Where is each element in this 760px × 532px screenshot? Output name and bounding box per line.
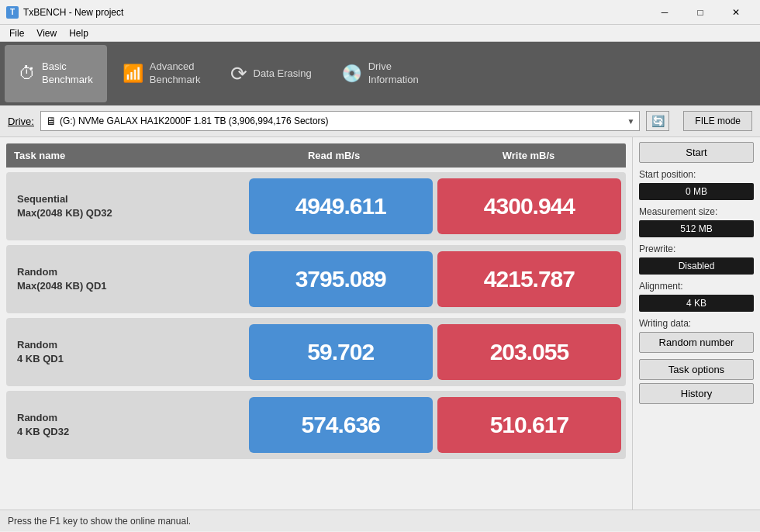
task-random-4kb-qd32: Random4 KB QD32 xyxy=(11,411,244,439)
toolbar: ⏱ BasicBenchmark 📶 AdvancedBenchmark ⟳ D… xyxy=(0,42,760,105)
drive-row: Drive: 🖥 (G:) NVMe GALAX HA1K2000F 1.81 … xyxy=(0,105,760,137)
history-button[interactable]: History xyxy=(639,383,754,404)
table-row: RandomMax(2048 KB) QD1 3795.089 4215.787 xyxy=(6,245,626,313)
tab-basic-label: BasicBenchmark xyxy=(42,60,93,87)
file-mode-button[interactable]: FILE mode xyxy=(683,111,752,131)
right-panel: Start Start position: 0 MB Measurement s… xyxy=(632,137,760,510)
write-sequential-qd32: 4300.944 xyxy=(437,178,621,234)
bench-header: Task name Read mB/s Write mB/s xyxy=(6,143,626,168)
tab-erasing-label: Data Erasing xyxy=(254,67,312,81)
measurement-size-label: Measurement size: xyxy=(639,206,754,217)
drive-label: Drive: xyxy=(8,116,34,127)
tab-drive-information[interactable]: 💿 DriveInformation xyxy=(327,45,433,102)
alignment-value: 4 KB xyxy=(639,295,754,312)
tab-drive-label: DriveInformation xyxy=(368,60,419,87)
tab-advanced-label: AdvancedBenchmark xyxy=(150,60,201,87)
menu-bar: File View Help xyxy=(0,25,760,42)
task-sequential-qd32: SequentialMax(2048 KB) QD32 xyxy=(11,192,244,220)
bench-rows: SequentialMax(2048 KB) QD32 4949.611 430… xyxy=(6,172,626,459)
read-random-qd1-large: 3795.089 xyxy=(249,251,433,307)
task-random-4kb-qd1: Random4 KB QD1 xyxy=(11,338,244,366)
task-random-qd1-large: RandomMax(2048 KB) QD1 xyxy=(11,265,244,293)
timer-icon: ⏱ xyxy=(19,64,36,84)
prewrite-value: Disabled xyxy=(639,257,754,275)
writing-data-value[interactable]: Random number xyxy=(639,332,754,353)
app-icon: T xyxy=(6,6,19,19)
alignment-label: Alignment: xyxy=(639,281,754,292)
start-position-value: 0 MB xyxy=(639,183,754,200)
tab-data-erasing[interactable]: ⟳ Data Erasing xyxy=(216,45,326,102)
header-write: Write mB/s xyxy=(431,143,626,168)
read-sequential-qd32: 4949.611 xyxy=(249,178,433,234)
drive-dropdown-arrow: ▼ xyxy=(627,117,634,126)
status-bar: Press the F1 key to show the online manu… xyxy=(0,510,760,531)
status-text: Press the F1 key to show the online manu… xyxy=(8,516,191,527)
title-bar-text: TxBENCH - New project xyxy=(23,7,647,18)
minimize-button[interactable]: ─ xyxy=(647,0,682,25)
title-bar: T TxBENCH - New project ─ □ ✕ xyxy=(0,0,760,25)
menu-view[interactable]: View xyxy=(30,26,63,40)
table-row: SequentialMax(2048 KB) QD32 4949.611 430… xyxy=(6,172,626,240)
main-area: Task name Read mB/s Write mB/s Sequentia… xyxy=(0,137,760,510)
drive-icon-small: 🖥 xyxy=(46,115,57,127)
tab-advanced-benchmark[interactable]: 📶 AdvancedBenchmark xyxy=(109,45,215,102)
title-bar-buttons: ─ □ ✕ xyxy=(647,0,754,25)
table-row: Random4 KB QD32 574.636 510.617 xyxy=(6,391,626,459)
bench-area: Task name Read mB/s Write mB/s Sequentia… xyxy=(0,137,632,510)
header-task-name: Task name xyxy=(6,143,237,168)
close-button[interactable]: ✕ xyxy=(718,0,754,25)
erase-icon: ⟳ xyxy=(230,62,247,86)
menu-file[interactable]: File xyxy=(3,26,30,40)
tab-basic-benchmark[interactable]: ⏱ BasicBenchmark xyxy=(5,45,107,102)
prewrite-label: Prewrite: xyxy=(639,244,754,254)
task-options-button[interactable]: Task options xyxy=(639,359,754,380)
start-position-label: Start position: xyxy=(639,169,754,180)
writing-data-label: Writing data: xyxy=(639,318,754,329)
drive-refresh-button[interactable]: 🔄 xyxy=(646,111,669,131)
header-read: Read mB/s xyxy=(237,143,431,168)
write-random-4kb-qd32: 510.617 xyxy=(437,397,621,453)
start-button[interactable]: Start xyxy=(639,142,754,163)
drive-value: (G:) NVMe GALAX HA1K2000F 1.81 TB (3,906… xyxy=(60,116,627,126)
maximize-button[interactable]: □ xyxy=(682,0,718,25)
write-random-qd1-large: 4215.787 xyxy=(437,251,621,307)
measurement-size-value: 512 MB xyxy=(639,220,754,237)
table-row: Random4 KB QD1 59.702 203.055 xyxy=(6,318,626,386)
read-random-4kb-qd32: 574.636 xyxy=(249,397,433,453)
read-random-4kb-qd1: 59.702 xyxy=(249,324,433,380)
write-random-4kb-qd1: 203.055 xyxy=(437,324,621,380)
menu-help[interactable]: Help xyxy=(63,26,95,40)
drive-icon: 💿 xyxy=(341,64,362,84)
chart-icon: 📶 xyxy=(123,64,143,84)
